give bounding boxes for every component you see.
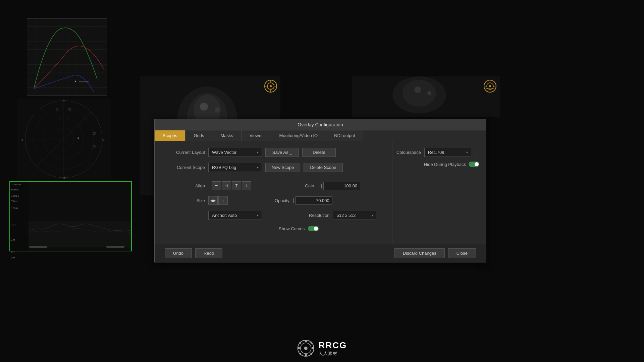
show-curves-label: Show Curves <box>279 226 305 231</box>
video-right-svg <box>352 76 500 117</box>
opacity-label: Opacity <box>275 198 289 203</box>
overlay-dialog: Overlay Configuration Scopes Grids Masks… <box>154 119 486 262</box>
vectorscope-svg: R G M B <box>17 99 111 179</box>
align-right-button[interactable]: ⊣ <box>222 181 231 190</box>
size-section: Size ◀▶ ↕ Opacity | <box>165 196 382 205</box>
delete-scope-button[interactable]: Delete Scope <box>304 163 342 172</box>
current-scope-row: Current Scope RGBPQ Log New Scope Delete… <box>165 163 382 172</box>
svg-rect-32 <box>69 108 71 110</box>
fixa-logo-right: FIXAFILM <box>483 79 497 93</box>
size-buttons: ◀▶ ↕ <box>208 196 228 205</box>
gain-input[interactable] <box>323 182 360 190</box>
align-left-button[interactable]: ⊢ <box>212 181 221 190</box>
svg-point-36 <box>77 137 79 139</box>
svg-text:M: M <box>62 176 65 179</box>
dialog-title-bar: Overlay Configuration <box>155 119 486 130</box>
colourspace-dropdown-wrapper: Rec.709 <box>424 148 471 157</box>
gain-label: Gain <box>305 183 314 188</box>
new-scope-button[interactable]: New Scope <box>265 163 300 172</box>
tab-masks[interactable]: Masks <box>212 130 241 141</box>
hide-playback-label: Hide During Playback <box>424 162 466 167</box>
size-vertical-button[interactable]: ↕ <box>218 196 228 205</box>
video-panel-right: FIXAFILM <box>352 76 500 117</box>
dialog-tabs: Scopes Grids Masks Viewer Monitoring/Vid… <box>155 130 486 141</box>
svg-text:FIXAFILM: FIXAFILM <box>486 87 494 89</box>
dialog-main-content: Current Layout Wave Vector Save As _ Del… <box>155 141 392 244</box>
svg-point-60 <box>427 91 431 95</box>
current-scope-label: Current Scope <box>165 165 205 170</box>
footer-right: Discard Changes Close <box>394 248 476 258</box>
anchor-row: Anchor: Auto Resolution 512 x 512 <box>165 211 382 220</box>
resolution-dropdown-wrapper: 512 x 512 <box>333 211 376 220</box>
svg-rect-75 <box>312 347 314 349</box>
svg-text:FIXAFILM: FIXAFILM <box>267 87 275 89</box>
hide-playback-row: Hide During Playback <box>396 162 479 167</box>
curve-graph-svg <box>27 19 107 95</box>
dialog-title: Overlay Configuration <box>298 122 343 127</box>
anchor-dropdown[interactable]: Anchor: Auto <box>208 211 262 220</box>
tab-grids[interactable]: Grids <box>185 130 212 141</box>
svg-rect-72 <box>305 340 307 342</box>
current-scope-dropdown[interactable]: RGBPQ Log <box>208 163 262 172</box>
svg-rect-35 <box>56 108 58 110</box>
vectorscope-panel: R G M B <box>17 99 111 179</box>
show-curves-toggle[interactable] <box>308 226 319 231</box>
current-layout-dropdown[interactable]: Wave Vector <box>208 148 262 157</box>
current-layout-label: Current Layout <box>165 150 205 155</box>
waveform-svg <box>29 182 131 251</box>
svg-rect-73 <box>305 354 307 356</box>
resolution-dropdown[interactable]: 512 x 512 <box>333 211 376 220</box>
resolution-label: Resolution <box>309 213 329 218</box>
delete-button[interactable]: Delete <box>302 148 336 157</box>
tab-scopes[interactable]: Scopes <box>155 130 185 141</box>
colourspace-dropdown[interactable]: Rec.709 <box>424 148 471 157</box>
gain-marker-icon: | <box>321 183 322 188</box>
discard-changes-button[interactable]: Discard Changes <box>394 248 445 258</box>
tab-ndi[interactable]: NDI output <box>326 130 363 141</box>
svg-point-47 <box>215 107 220 113</box>
rrcg-big-text: RRCG <box>319 340 347 351</box>
align-bottom-button[interactable]: ⊥ <box>242 181 251 190</box>
svg-point-59 <box>414 86 421 93</box>
waveform-panel: 10000.0 Pulsar 1000.0 Titles 100.0 10.0 … <box>9 181 132 251</box>
svg-rect-38 <box>29 221 131 247</box>
undo-button[interactable]: Undo <box>165 248 192 258</box>
colourspace-label: Colourspace <box>396 150 421 155</box>
current-scope-dropdown-wrapper: RGBPQ Log <box>208 163 262 172</box>
rrcg-text: RRCG 人人素材 <box>319 340 347 357</box>
svg-point-19 <box>75 80 76 82</box>
svg-rect-39 <box>29 246 47 248</box>
waveform-label-3: Titles <box>11 199 21 203</box>
waveform-label-10: 0.1 <box>11 250 21 254</box>
svg-text:R: R <box>63 100 65 103</box>
tab-monitoring[interactable]: Monitoring/Video IO <box>271 130 326 141</box>
align-top-button[interactable]: T <box>232 181 241 190</box>
hide-playback-toggle[interactable] <box>469 162 479 167</box>
align-label: Align <box>165 183 205 188</box>
waveform-label-0: 10000.0 <box>11 183 21 186</box>
tab-viewer[interactable]: Viewer <box>241 130 271 141</box>
dialog-footer: Undo Redo Discard Changes Close <box>155 244 486 262</box>
svg-text:B: B <box>21 138 23 141</box>
rrcg-logo: RRCG 人人素材 <box>297 340 347 357</box>
footer-left: Undo Redo <box>165 248 222 258</box>
opacity-input[interactable] <box>296 196 332 205</box>
waveform-label-8: 1.0 <box>11 238 21 242</box>
redo-button[interactable]: Redo <box>195 248 222 258</box>
opacity-marker-icon: | <box>293 198 294 203</box>
current-layout-dropdown-wrapper: Wave Vector <box>208 148 262 157</box>
size-horizontal-button[interactable]: ◀▶ <box>208 196 218 205</box>
colourspace-row: Colourspace Rec.709 ⋮ <box>396 148 479 157</box>
save-as-button[interactable]: Save As _ <box>265 148 299 157</box>
colourspace-expand-icon: ⋮ <box>475 150 479 155</box>
waveform-labels: 10000.0 Pulsar 1000.0 Titles 100.0 10.0 … <box>11 183 21 259</box>
svg-rect-34 <box>93 145 95 147</box>
curve-graph-panel <box>27 18 107 96</box>
waveform-label-1: Pulsar <box>11 188 21 191</box>
close-button[interactable]: Close <box>448 248 476 258</box>
svg-point-46 <box>200 103 208 111</box>
size-label: Size <box>165 198 205 203</box>
current-layout-row: Current Layout Wave Vector Save As _ Del… <box>165 148 382 157</box>
dialog-right-settings: Colourspace Rec.709 ⋮ Hide During Playba… <box>392 141 486 244</box>
svg-point-63 <box>489 85 491 87</box>
